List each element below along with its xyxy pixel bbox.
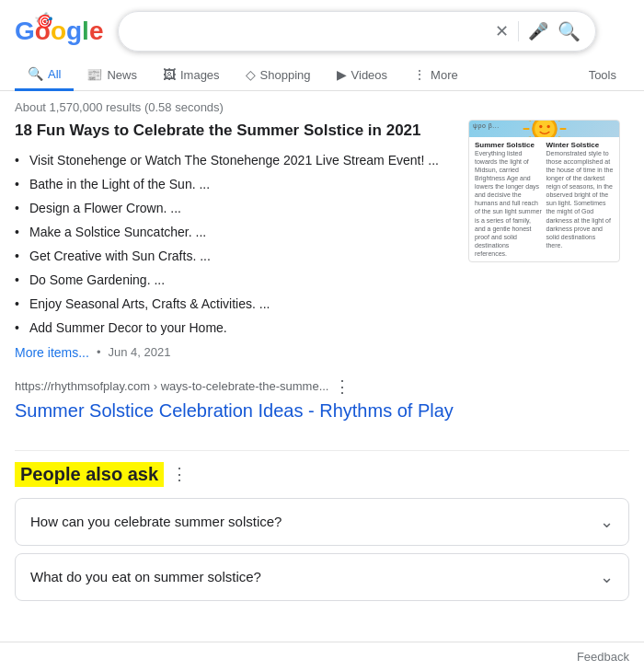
clear-icon[interactable]: ✕ [495, 21, 509, 41]
search-icon[interactable]: 🔍 [558, 20, 581, 42]
divider [15, 450, 629, 451]
results-count: About 1,570,000 results (0.58 seconds) [0, 91, 644, 120]
header: G o 🦟 ogle summer solstice celebration i… [0, 0, 644, 52]
image-bottom: Summer Solstice Everything listed toward… [469, 137, 619, 261]
all-icon: 🔍 [28, 66, 43, 81]
search-icons: ✕ 🎤 🔍 [495, 20, 581, 42]
list-item: Design a Flower Crown. ... [15, 199, 454, 218]
bug-emoji: 🦟 [35, 11, 50, 23]
tab-more-label: More [431, 68, 458, 82]
image-top: ψρο β... [469, 121, 619, 137]
featured-title: 18 Fun Ways to Celebrate the Summer Sols… [15, 120, 454, 142]
tools-tab[interactable]: Tools [576, 61, 629, 89]
caption-row: Summer Solstice Everything listed toward… [475, 141, 614, 258]
nav-tabs: 🔍 All 📰 News 🖼 Images ◇ Shopping ▶ Video… [0, 52, 644, 91]
result-options-icon[interactable]: ⋮ [334, 376, 351, 397]
tab-news[interactable]: 📰 News [74, 60, 150, 89]
tab-shopping-label: Shopping [260, 68, 311, 82]
tab-more[interactable]: ⋮ More [400, 60, 471, 89]
svg-point-19 [546, 125, 549, 128]
tab-all[interactable]: 🔍 All [15, 59, 74, 91]
list-item: Visit Stonehenge or Watch The Stonehenge… [15, 151, 454, 170]
shopping-icon: ◇ [246, 67, 256, 82]
images-icon: 🖼 [163, 67, 176, 82]
feedback-bar: Feedback [0, 642, 644, 671]
caption-right-text: Demonstrated style to those accomplished… [546, 149, 615, 249]
caption-left-title: Summer Solstice [475, 141, 543, 149]
tab-all-label: All [48, 67, 61, 81]
paa-header: People also ask ⋮ [15, 462, 629, 487]
left-column: 18 Fun Ways to Celebrate the Summer Sols… [15, 120, 454, 435]
list-item: Get Creative with Sun Crafts. ... [15, 247, 454, 266]
chevron-down-icon: ⌄ [600, 567, 614, 587]
feedback-link[interactable]: Feedback [577, 650, 629, 664]
logo-l: l [82, 17, 89, 45]
logo-g: G [15, 17, 35, 45]
right-column: ψρο β... [468, 120, 629, 435]
bullet-list: Visit Stonehenge or Watch The Stonehenge… [15, 151, 454, 338]
tab-news-label: News [107, 68, 137, 82]
result-title-link[interactable]: Summer Solstice Celebration Ideas - Rhyt… [15, 399, 454, 422]
vertical-divider [518, 21, 519, 41]
videos-icon: ▶ [337, 67, 347, 82]
main-content: 18 Fun Ways to Celebrate the Summer Sols… [0, 120, 644, 435]
paa-options-icon[interactable]: ⋮ [171, 464, 188, 484]
more-items-link[interactable]: More items... [15, 345, 89, 360]
microphone-icon[interactable]: 🎤 [528, 21, 548, 41]
svg-point-17 [535, 121, 555, 137]
paa-section: People also ask ⋮ How can you celebrate … [0, 462, 644, 601]
more-icon: ⋮ [413, 67, 426, 82]
logo-bug-icon: o 🦟 [35, 18, 51, 44]
paa-question-1: How can you celebrate summer solstice? [30, 514, 282, 529]
tab-shopping[interactable]: ◇ Shopping [233, 60, 324, 89]
logo-e: e [89, 17, 104, 45]
result-url-text: https://rhythmsofplay.com › ways-to-cele… [15, 379, 328, 393]
result-image: ψρο β... [468, 120, 620, 262]
list-item: Enjoy Seasonal Arts, Crafts & Activities… [15, 295, 454, 314]
caption-right: Winter Solstice Demonstrated style to th… [546, 141, 615, 258]
list-item: Do Some Gardening. ... [15, 271, 454, 290]
logo-o2: o [51, 17, 66, 45]
paa-item-2[interactable]: What do you eat on summer solstice? ⌄ [15, 553, 629, 601]
svg-point-18 [539, 125, 542, 128]
list-item: Add Summer Decor to your Home. [15, 318, 454, 338]
logo-g2: g [66, 17, 82, 45]
paa-item-1[interactable]: How can you celebrate summer solstice? ⌄ [15, 498, 629, 546]
search-input[interactable]: summer solstice celebration ideas [133, 23, 495, 40]
caption-left: Summer Solstice Everything listed toward… [475, 141, 543, 258]
result-url-row: https://rhythmsofplay.com › ways-to-cele… [15, 376, 454, 397]
google-logo: G o 🦟 ogle [15, 18, 103, 44]
bullet-dot: • [97, 345, 101, 359]
tab-videos[interactable]: ▶ Videos [324, 60, 401, 89]
sun-svg [522, 121, 568, 137]
news-icon: 📰 [86, 67, 102, 82]
caption-right-title: Winter Solstice [546, 141, 615, 149]
search-bar: summer solstice celebration ideas ✕ 🎤 🔍 [118, 11, 596, 52]
tab-images[interactable]: 🖼 Images [150, 60, 233, 89]
image-blur-text: ψρο β... [473, 122, 500, 129]
list-item: Bathe in the Light of the Sun. ... [15, 175, 454, 194]
more-items-row: More items... • Jun 4, 2021 [15, 345, 454, 360]
list-item: Make a Solstice Suncatcher. ... [15, 223, 454, 242]
paa-question-2: What do you eat on summer solstice? [30, 569, 261, 584]
tab-images-label: Images [180, 68, 220, 82]
tab-videos-label: Videos [351, 68, 388, 82]
result-date: Jun 4, 2021 [108, 345, 170, 359]
chevron-down-icon: ⌄ [600, 512, 614, 532]
caption-left-text: Everything listed towards the light of M… [475, 149, 543, 258]
paa-title: People also ask [15, 462, 164, 487]
